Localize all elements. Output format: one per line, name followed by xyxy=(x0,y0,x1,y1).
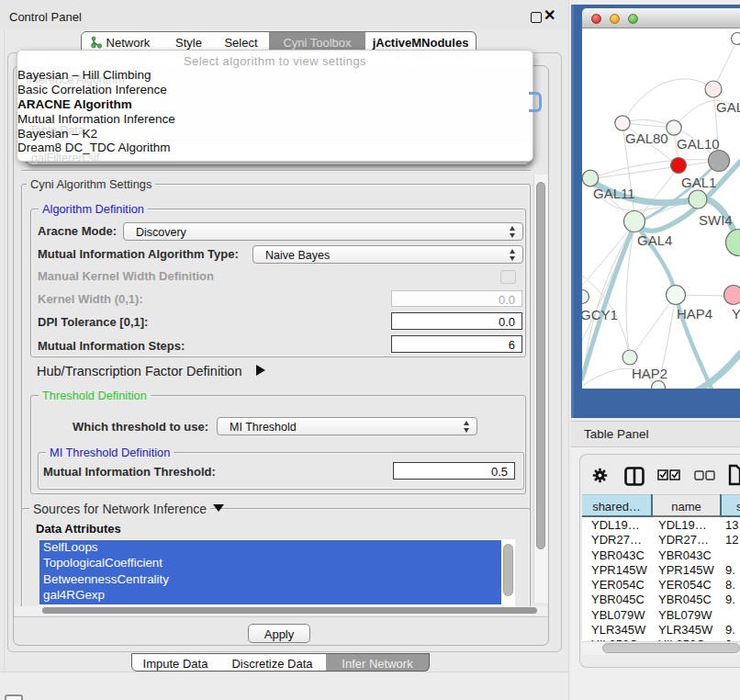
svg-text:GAL10: GAL10 xyxy=(677,136,720,152)
svg-text:YM: YM xyxy=(732,306,740,322)
svg-text:SWI4: SWI4 xyxy=(699,212,733,228)
svg-text:GAL4: GAL4 xyxy=(637,232,672,248)
svg-text:HAP2: HAP2 xyxy=(632,366,667,381)
svg-text:GAL11: GAL11 xyxy=(593,186,635,201)
svg-text:HAP4: HAP4 xyxy=(677,306,712,322)
svg-text:GAL80: GAL80 xyxy=(625,130,668,146)
svg-text:GAL1: GAL1 xyxy=(681,175,716,190)
svg-text:GCY1: GCY1 xyxy=(582,307,618,322)
svg-text:GAL7: GAL7 xyxy=(716,99,740,115)
